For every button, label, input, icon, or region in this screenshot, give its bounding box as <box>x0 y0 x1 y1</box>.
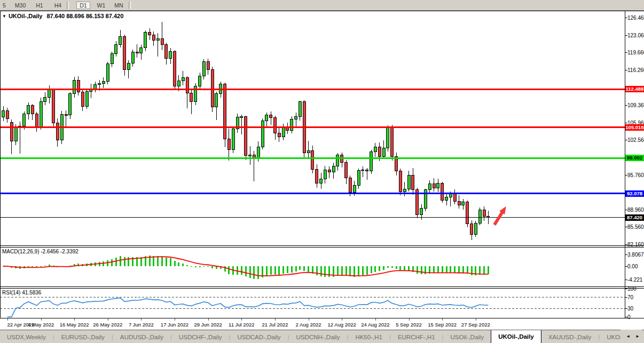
chart-dropdown-icon[interactable]: ▼ <box>2 14 6 19</box>
ohlc-readout: 87.640 88.696 86.153 87.420 <box>47 13 124 19</box>
price-axis-label: 102.560 <box>627 137 643 143</box>
price-axis-label: 116.260 <box>627 67 643 73</box>
rsi-axis-label: 0 <box>627 314 643 320</box>
mt4-window: 5M30H1H4D1W1MN ▼UKOil-,Daily87.640 88.69… <box>0 0 644 343</box>
rsi-axis-label: 30 <box>627 306 643 312</box>
price-axis-label: 82.160 <box>627 242 643 248</box>
tab-scroll-left-icon[interactable]: ◄ <box>626 334 630 339</box>
chart-tab-eurusd-daily[interactable]: EURUSD-,Daily <box>54 331 112 343</box>
macd-axis-label: -4.221 <box>627 277 643 283</box>
chart-tab-usdcnh-daily[interactable]: USDCNH-,Daily <box>289 331 347 343</box>
macd-axis-label: 3.8067 <box>627 252 643 258</box>
price-level-tag: 87.420 <box>625 214 644 221</box>
chart-window[interactable]: ▼UKOil-,Daily87.640 88.696 86.153 87.420… <box>0 11 644 330</box>
chart-tab-bar: USDX,Weekly|EURUSD-,Daily|AUDUSD-,Daily|… <box>0 330 644 343</box>
price-axis-label: 119.660 <box>627 50 643 55</box>
price-axis-label: 126.460 <box>627 15 643 21</box>
chart-tab-xauusd-daily[interactable]: XAUUSD-,Daily <box>541 331 599 343</box>
price-level-tag: 99.002 <box>625 155 644 161</box>
chart-tab-usdchf-daily[interactable]: USDCHF-,Daily <box>172 331 229 343</box>
price-axis-label: 95.760 <box>627 172 643 178</box>
price-chart-canvas[interactable] <box>0 0 644 340</box>
chart-tab-usdx-weekly[interactable]: USDX,Weekly <box>0 331 53 343</box>
chart-tab-hk50-h1[interactable]: HK50-,H1 <box>348 331 389 343</box>
chart-tab-usdcad-daily[interactable]: USDCAD-,Daily <box>230 331 287 343</box>
chart-tab-audusd-daily[interactable]: AUDUSD-,Daily <box>113 331 170 343</box>
chart-tab-ukoil-daily[interactable]: UKOil-,Daily <box>491 330 541 343</box>
date-axis-label: 27 Sep 2022 <box>455 322 496 328</box>
chart-tab-usoil-daily[interactable]: USOil-,Daily <box>444 331 491 343</box>
price-axis-label: 85.560 <box>627 224 643 230</box>
price-level-tag: 92.078 <box>625 190 644 197</box>
tab-scroll-arrows: ◄ ► <box>621 330 642 343</box>
price-level-tag: 112.488 <box>625 86 644 92</box>
price-axis-label: 123.060 <box>627 33 643 38</box>
rsi-axis-label: 70 <box>627 294 643 300</box>
tab-scroll-right-icon[interactable]: ► <box>635 334 640 339</box>
price-axis-label: 109.360 <box>627 102 643 108</box>
chart-title: ▼UKOil-,Daily87.640 88.696 86.153 87.420 <box>2 13 123 19</box>
chart-tab-eurchf-h1[interactable]: EURCHF-,H1 <box>391 331 442 343</box>
symbol-period-label: UKOil-,Daily <box>9 13 43 19</box>
rsi-indicator-label: RSI(14) 41.5836 <box>2 290 41 296</box>
macd-indicator-label: MACD(12,26,9) -2.6456 -2.3392 <box>2 249 78 254</box>
macd-axis-label: 0.00 <box>627 264 643 269</box>
price-axis-label: 88.960 <box>627 207 643 213</box>
rsi-axis-label: 100 <box>627 286 643 292</box>
price-level-tag: 105.015 <box>625 124 644 131</box>
